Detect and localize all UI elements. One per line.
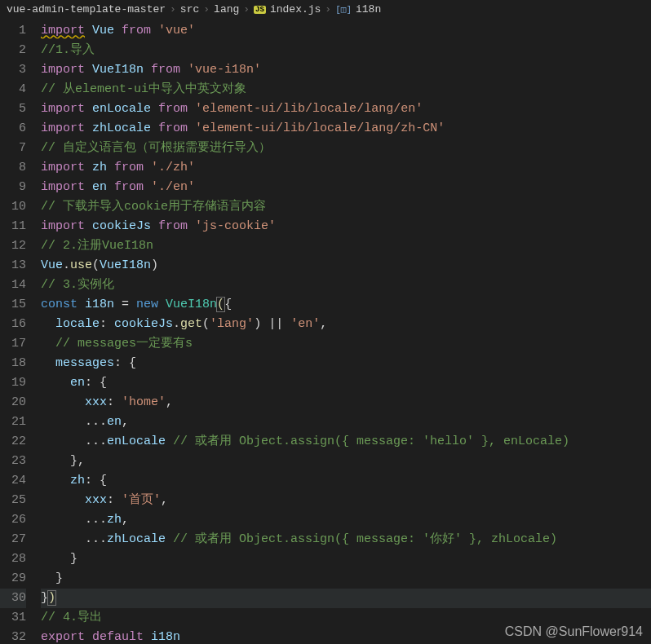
token	[180, 63, 188, 77]
token	[107, 161, 114, 174]
token: import	[41, 63, 85, 77]
token	[144, 161, 151, 174]
code-line[interactable]: // 从element-ui中导入中英文对象	[41, 80, 651, 99]
code-line[interactable]: }	[41, 569, 651, 589]
code-line[interactable]: import zhLocale from 'element-ui/lib/loc…	[41, 119, 651, 139]
code-line[interactable]: messages: {	[41, 354, 651, 373]
line-number: 3	[0, 60, 26, 80]
code-line[interactable]: // 下载并导入cookie用于存储语言内容	[41, 197, 651, 217]
token: en	[92, 180, 107, 194]
code-line[interactable]: ...enLocale // 或者用 Object.assign({ messa…	[41, 432, 651, 452]
code-line[interactable]: })	[41, 589, 651, 608]
token: // messages一定要有s	[55, 337, 193, 351]
code-content[interactable]: import Vue from 'vue'//1.导入import VueI18…	[41, 21, 651, 644]
watermark: CSDN @SunFlower914	[505, 624, 643, 639]
token: .	[173, 317, 180, 331]
token	[41, 337, 55, 351]
token: VueI18n	[92, 63, 144, 77]
token	[188, 102, 195, 116]
code-line[interactable]: ...zhLocale // 或者用 Object.assign({ messa…	[41, 530, 651, 549]
token: export	[41, 630, 85, 644]
token: i18n	[151, 630, 180, 644]
token	[85, 180, 92, 194]
code-line[interactable]: import Vue from 'vue'	[41, 21, 651, 41]
token: : {	[85, 376, 107, 390]
token: get	[180, 317, 202, 331]
breadcrumb-symbol[interactable]: i18n	[356, 3, 381, 15]
token: zhLocale	[92, 121, 151, 135]
breadcrumb-sep: ›	[170, 3, 176, 15]
code-line[interactable]: ...en,	[41, 412, 651, 432]
line-number: 9	[0, 178, 26, 197]
line-number: 22	[0, 432, 26, 452]
line-number-gutter: 1234567891011121314151617181920212223242…	[0, 21, 41, 644]
line-number: 23	[0, 452, 26, 471]
token: ...	[41, 415, 107, 429]
token: :	[100, 317, 114, 331]
code-line[interactable]: // messages一定要有s	[41, 334, 651, 354]
token: new	[136, 298, 158, 311]
token: import	[41, 219, 85, 233]
token: from	[151, 63, 180, 77]
token: en	[70, 376, 85, 390]
token: './en'	[151, 180, 195, 194]
code-line[interactable]: // 3.实例化	[41, 276, 651, 295]
code-editor[interactable]: 1234567891011121314151617181920212223242…	[0, 19, 651, 644]
code-line[interactable]: }	[41, 549, 651, 569]
line-number: 6	[0, 119, 26, 139]
token: from	[114, 161, 144, 174]
line-number: 19	[0, 373, 26, 393]
code-line[interactable]: import en from './en'	[41, 178, 651, 197]
token: Vue	[41, 258, 63, 272]
token	[41, 317, 55, 331]
breadcrumb-sep: ›	[243, 3, 250, 15]
token: from	[158, 121, 188, 135]
token: import	[41, 102, 85, 116]
code-line[interactable]: locale: cookieJs.get('lang') || 'en',	[41, 315, 651, 334]
token: }	[41, 552, 78, 566]
code-line[interactable]: // 自定义语言包（可根据需要进行导入）	[41, 139, 651, 158]
breadcrumb-file[interactable]: index.js	[270, 3, 321, 15]
token: )	[151, 258, 158, 272]
breadcrumb[interactable]: vue-admin-template-master › src › lang ›…	[0, 0, 651, 19]
token	[114, 24, 122, 37]
token: //1.导入	[41, 43, 95, 57]
token: ,	[166, 395, 173, 409]
code-line[interactable]: import enLocale from 'element-ui/lib/loc…	[41, 99, 651, 119]
breadcrumb-src[interactable]: src	[180, 3, 199, 15]
line-number: 1	[0, 21, 26, 41]
token: xxx	[85, 493, 107, 507]
line-number: 7	[0, 139, 26, 158]
code-line[interactable]: xxx: '首页',	[41, 491, 651, 510]
code-line[interactable]: en: {	[41, 373, 651, 393]
token: // 从element-ui中导入中英文对象	[41, 82, 246, 96]
breadcrumb-lang[interactable]: lang	[214, 3, 239, 15]
token: from	[158, 219, 188, 233]
code-line[interactable]: //1.导入	[41, 41, 651, 60]
code-line[interactable]: Vue.use(VueI18n)	[41, 256, 651, 276]
token: import	[41, 24, 85, 37]
code-line[interactable]: import VueI18n from 'vue-i18n'	[41, 60, 651, 80]
token	[188, 219, 195, 233]
token	[151, 219, 158, 233]
token: default	[92, 630, 144, 644]
code-line[interactable]: xxx: 'home',	[41, 393, 651, 412]
line-number: 21	[0, 412, 26, 432]
token: VueI18n	[100, 258, 151, 272]
code-line[interactable]: zh: {	[41, 471, 651, 491]
line-number: 14	[0, 276, 26, 295]
code-line[interactable]: ...zh,	[41, 510, 651, 530]
token	[151, 102, 158, 116]
token	[166, 434, 173, 448]
token: 'lang'	[210, 317, 254, 331]
token: ...	[41, 434, 107, 448]
code-line[interactable]: import zh from './zh'	[41, 158, 651, 178]
token	[144, 63, 151, 77]
code-line[interactable]: // 2.注册VueI18n	[41, 236, 651, 256]
code-line[interactable]: const i18n = new VueI18n({	[41, 295, 651, 315]
line-number: 11	[0, 217, 26, 236]
code-line[interactable]: },	[41, 452, 651, 471]
code-line[interactable]: import cookieJs from 'js-cookie'	[41, 217, 651, 236]
token	[85, 102, 92, 116]
breadcrumb-root[interactable]: vue-admin-template-master	[7, 3, 166, 15]
